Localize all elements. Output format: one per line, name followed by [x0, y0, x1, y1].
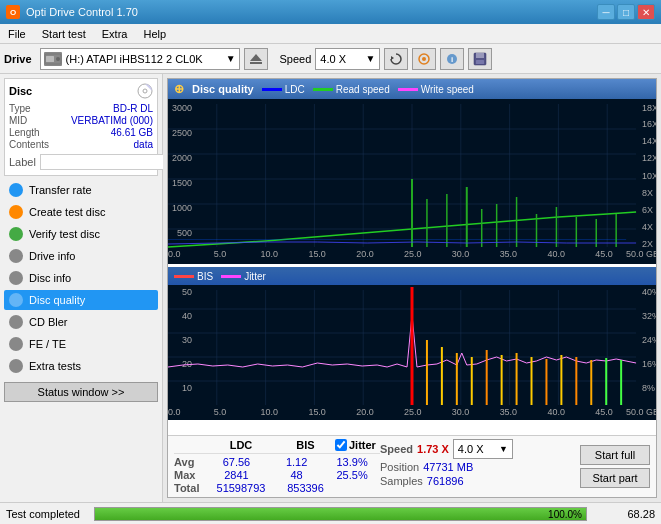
chart-icon: ⊕	[174, 82, 184, 96]
main-layout: Disc Type BD-R DL MID VERBATIMd (000) Le…	[0, 74, 661, 502]
menu-extra[interactable]: Extra	[98, 27, 132, 41]
charts-area: 3000 2500 2000 1500 1000 500 18X 16X 14X…	[168, 99, 656, 435]
nav-verify-test-disc[interactable]: Verify test disc	[4, 224, 158, 244]
chart-header: ⊕ Disc quality LDC Read speed Write spee…	[168, 79, 656, 99]
close-button[interactable]: ✕	[637, 4, 655, 20]
nav-create-test-disc-icon	[9, 205, 23, 219]
svg-text:40: 40	[182, 311, 192, 321]
stats-col-bis: BIS	[278, 439, 333, 451]
svg-text:30.0: 30.0	[452, 407, 469, 417]
svg-text:16%: 16%	[642, 359, 656, 369]
chart-lower-legend: BIS Jitter	[174, 271, 266, 282]
stats-avg-row: Avg 67.56 1.12 13.9%	[174, 456, 380, 468]
svg-text:8X: 8X	[642, 188, 653, 198]
svg-text:10.0: 10.0	[261, 249, 278, 259]
legend-jitter: Jitter	[221, 271, 266, 282]
nav-verify-test-disc-icon	[9, 227, 23, 241]
stats-samples-row: Samples 761896	[380, 475, 464, 487]
legend-bis-label: BIS	[197, 271, 213, 282]
start-full-button[interactable]: Start full	[580, 445, 650, 465]
disc-length-row: Length 46.61 GB	[9, 127, 153, 138]
disc-panel: Disc Type BD-R DL MID VERBATIMd (000) Le…	[4, 78, 158, 176]
menu-start-test[interactable]: Start test	[38, 27, 90, 41]
stats-total-bis: 853396	[278, 482, 333, 494]
svg-text:10X: 10X	[642, 171, 656, 181]
legend-bis-color	[174, 275, 194, 278]
legend-jitter-label: Jitter	[244, 271, 266, 282]
jitter-checkbox[interactable]	[335, 439, 347, 451]
svg-text:0.0: 0.0	[168, 249, 180, 259]
content-area: ⊕ Disc quality LDC Read speed Write spee…	[163, 74, 661, 502]
svg-point-7	[422, 57, 426, 61]
maximize-button[interactable]: □	[617, 4, 635, 20]
nav-extra-tests[interactable]: Extra tests	[4, 356, 158, 376]
stats-position-value: 47731 MB	[423, 461, 473, 473]
nav-drive-info[interactable]: Drive info	[4, 246, 158, 266]
nav-drive-info-icon	[9, 249, 23, 263]
legend-bis: BIS	[174, 271, 213, 282]
speed-value: 4.0 X	[320, 53, 365, 65]
nav-create-test-disc[interactable]: Create test disc	[4, 202, 158, 222]
svg-text:10: 10	[182, 383, 192, 393]
disc-type-row: Type BD-R DL	[9, 103, 153, 114]
stats-total-row: Total 51598793 853396	[174, 482, 380, 494]
svg-text:50.0 GB: 50.0 GB	[626, 249, 656, 259]
progress-bar-fill	[95, 508, 586, 520]
status-window-button[interactable]: Status window >>	[4, 382, 158, 402]
svg-rect-11	[476, 53, 484, 58]
svg-text:30.0: 30.0	[452, 249, 469, 259]
svg-text:30: 30	[182, 335, 192, 345]
svg-text:2X: 2X	[642, 239, 653, 249]
nav-transfer-rate[interactable]: Transfer rate	[4, 180, 158, 200]
svg-text:50.0 GB: 50.0 GB	[626, 407, 656, 417]
status-text: Test completed	[6, 508, 86, 520]
legend-jitter-color	[221, 275, 241, 278]
nav-extra-tests-icon	[9, 359, 23, 373]
nav-fe-te[interactable]: FE / TE	[4, 334, 158, 354]
eject-button[interactable]	[244, 48, 268, 70]
menu-help[interactable]: Help	[139, 27, 170, 41]
speed-selector[interactable]: 4.0 X ▼	[315, 48, 380, 70]
nav-disc-info[interactable]: Disc info	[4, 268, 158, 288]
save-button[interactable]	[468, 48, 492, 70]
disc-label-input[interactable]	[40, 154, 173, 170]
progress-bar: 100.0%	[94, 507, 587, 521]
stats-speed-selector[interactable]: 4.0 X ▼	[453, 439, 513, 459]
drive-selector[interactable]: (H:) ATAPI iHBS112 2 CL0K ▼	[40, 48, 240, 70]
progress-text: 100.0%	[548, 508, 582, 522]
disc-label-row: Label ★	[9, 153, 153, 171]
svg-text:10.0: 10.0	[261, 407, 278, 417]
svg-text:40.0: 40.0	[547, 407, 564, 417]
nav-cd-bler[interactable]: CD Bler	[4, 312, 158, 332]
stats-avg-jitter: 13.9%	[324, 456, 380, 468]
info-button[interactable]: i	[440, 48, 464, 70]
chart-container: ⊕ Disc quality LDC Read speed Write spee…	[167, 78, 657, 498]
menu-file[interactable]: File	[4, 27, 30, 41]
status-right-value: 68.28	[595, 508, 655, 520]
stats-col-ldc: LDC	[206, 439, 276, 451]
svg-text:35.0: 35.0	[500, 407, 517, 417]
svg-text:0.0: 0.0	[168, 407, 180, 417]
menu-bar: File Start test Extra Help	[0, 24, 661, 44]
svg-text:32%: 32%	[642, 311, 656, 321]
settings-button[interactable]	[412, 48, 436, 70]
svg-marker-5	[391, 56, 394, 60]
stats-max-ldc: 2841	[204, 469, 269, 481]
nav-disc-quality[interactable]: Disc quality	[4, 290, 158, 310]
svg-text:45.0: 45.0	[595, 407, 612, 417]
nav-disc-info-icon	[9, 271, 23, 285]
refresh-button[interactable]	[384, 48, 408, 70]
stats-speed-value: 1.73 X	[417, 443, 449, 455]
stats-max-row: Max 2841 48 25.5%	[174, 469, 380, 481]
svg-text:5.0: 5.0	[214, 407, 226, 417]
minimize-button[interactable]: ─	[597, 4, 615, 20]
stats-position-row: Position 47731 MB	[380, 461, 473, 473]
svg-text:6X: 6X	[642, 205, 653, 215]
svg-text:20.0: 20.0	[356, 249, 373, 259]
svg-text:18X: 18X	[642, 103, 656, 113]
nav-transfer-rate-icon	[9, 183, 23, 197]
start-part-button[interactable]: Start part	[580, 468, 650, 488]
svg-text:i: i	[451, 55, 453, 64]
svg-text:1500: 1500	[172, 178, 192, 188]
svg-rect-12	[476, 60, 484, 64]
